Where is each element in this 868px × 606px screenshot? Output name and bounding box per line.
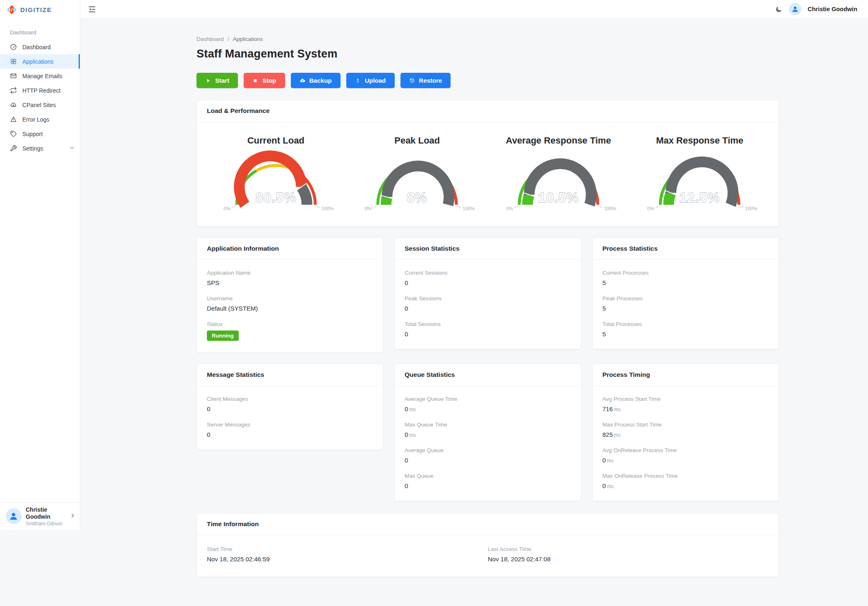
repeat-icon: [10, 87, 17, 94]
field-value: 0: [405, 331, 571, 338]
sidebar-nav: DashboardApplicationsManage EmailsHTTP R…: [0, 40, 80, 156]
header-user-name[interactable]: Christie Goodwin: [808, 6, 857, 12]
field-label: Status: [207, 321, 373, 327]
app-logo[interactable]: DIGITIZE: [0, 0, 80, 19]
field-value: SPS: [207, 279, 373, 286]
field-value: 0: [405, 482, 571, 489]
sidebar-item-settings[interactable]: Settings: [0, 141, 80, 156]
card-title: Process Timing: [592, 364, 779, 386]
field-value: 0: [405, 457, 571, 464]
gauge-max-label: 100%: [604, 206, 616, 211]
field: Max Queue Time0ms: [405, 422, 571, 438]
gauges-container: Current Load0%100%80.5%Peak Load0%100%8%…: [197, 122, 779, 226]
sidebar-section-label: Dashboard: [0, 19, 80, 40]
status-badge: Running: [207, 331, 239, 341]
stop-icon: [252, 78, 258, 84]
field-value: 5: [602, 279, 769, 286]
unit-suffix: ms: [614, 432, 621, 438]
gauge-icon: [10, 43, 17, 50]
sidebar-user-card[interactable]: Christie Goodwin Smitham-Gibson: [0, 502, 80, 530]
field-value: Nov 18, 2025 02:46:59: [207, 556, 488, 563]
load-performance-panel: Load & Performance Current Load0%100%80.…: [197, 100, 779, 227]
cloud-icon: [10, 101, 17, 108]
gauge-current-load: Current Load0%100%80.5%: [205, 132, 347, 214]
card-title: Process Statistics: [592, 238, 779, 260]
gauge-max-label: 100%: [321, 206, 333, 211]
field: Peak Sessions0: [405, 295, 571, 312]
field-value: 716ms: [602, 405, 769, 412]
button-label: Stop: [262, 77, 276, 84]
field-label: Start Time: [207, 546, 488, 552]
field: Max OnRelease Process Time0ms: [602, 473, 769, 489]
chevron-right-icon: [70, 513, 76, 520]
top-header: Christie Goodwin: [80, 0, 868, 19]
moon-icon[interactable]: [775, 5, 783, 13]
field-value: 0ms: [602, 482, 769, 489]
time-field-last-access-time: Last Access TimeNov 18, 2025 02:47:08: [488, 546, 769, 563]
sidebar-item-support[interactable]: Support: [0, 127, 80, 141]
upload-button[interactable]: Upload: [346, 73, 395, 88]
unit-suffix: ms: [409, 432, 416, 438]
chevron-down-icon: [69, 145, 75, 152]
card-message-statistics: Message StatisticsClient Messages0Server…: [197, 364, 384, 450]
logo-text: DIGITIZE: [20, 6, 52, 13]
sidebar-item-cpanel-sites[interactable]: CPanel Sites: [0, 98, 80, 112]
cards-row-2: Message StatisticsClient Messages0Server…: [197, 364, 779, 501]
field-label: Max Queue Time: [405, 422, 571, 428]
sidebar-item-dashboard[interactable]: Dashboard: [0, 40, 80, 54]
sidebar-item-applications[interactable]: Applications: [0, 54, 80, 69]
stop-button[interactable]: Stop: [244, 73, 285, 88]
header-user-avatar[interactable]: [789, 3, 801, 15]
gauge-min-label: 0%: [506, 206, 513, 211]
field: StatusRunning: [207, 321, 373, 341]
field: Total Processes5: [602, 321, 769, 338]
breadcrumb-separator: /: [228, 36, 229, 42]
cloud-upload-icon: [300, 78, 305, 84]
gauge-value: 8%: [407, 190, 427, 205]
restore-button[interactable]: Restore: [400, 73, 451, 88]
field-value: 0ms: [405, 405, 571, 412]
sidebar-item-manage-emails[interactable]: Manage Emails: [0, 69, 80, 83]
time-field-start-time: Start TimeNov 18, 2025 02:46:59: [207, 546, 488, 563]
field-value: 0: [405, 305, 571, 312]
field-label: Total Processes: [602, 321, 769, 327]
gauge-title: Peak Load: [394, 135, 440, 146]
cards-row-1: Application InformationApplication NameS…: [197, 237, 779, 353]
unit-suffix: ms: [607, 458, 614, 464]
button-label: Upload: [365, 77, 386, 84]
unit-suffix: ms: [614, 407, 621, 412]
outdent-icon[interactable]: [88, 5, 96, 14]
card-queue-statistics: Queue StatisticsAverage Queue Time0msMax…: [394, 364, 581, 501]
gauge-title: Average Response Time: [506, 135, 611, 146]
start-button[interactable]: Start: [197, 73, 238, 88]
field: Avg OnRelease Process Time0ms: [602, 447, 769, 464]
field-label: Current Processes: [602, 270, 769, 276]
card-title: Message Statistics: [197, 364, 383, 386]
sidebar-item-label: Manage Emails: [22, 73, 62, 79]
field-label: Last Access Time: [488, 546, 769, 552]
button-label: Backup: [309, 77, 332, 84]
time-information-panel: Time Information Start TimeNov 18, 2025 …: [197, 513, 779, 577]
unit-suffix: ms: [607, 484, 614, 489]
mail-icon: [10, 72, 17, 79]
field-label: Peak Sessions: [405, 295, 571, 302]
field-label: Max Process Start Time: [602, 422, 769, 428]
gauge-chart: 0%100%80.5%: [222, 151, 330, 214]
field-label: Max Queue: [405, 473, 571, 479]
card-title: Session Statistics: [395, 238, 581, 260]
field: Average Queue0: [405, 447, 571, 464]
field-label: Avg OnRelease Process Time: [602, 447, 769, 453]
sidebar-item-error-logs[interactable]: Error Logs: [0, 112, 80, 127]
field: Total Sessions0: [405, 321, 571, 338]
button-label: Restore: [419, 77, 442, 84]
field: Max Queue0: [405, 473, 571, 489]
card-process-timing: Process TimingAvg Process Start Time716m…: [592, 364, 779, 501]
backup-button[interactable]: Backup: [291, 73, 340, 88]
breadcrumb-dashboard[interactable]: Dashboard: [197, 36, 224, 42]
breadcrumb-applications[interactable]: Applications: [233, 36, 263, 42]
sidebar-item-http-redirect[interactable]: HTTP Redirect: [0, 83, 80, 98]
field-label: Application Name: [207, 270, 373, 276]
field: Peak Processes5: [602, 295, 769, 312]
field-value: 825ms: [602, 431, 769, 438]
page-title: Staff Management System: [197, 48, 779, 60]
